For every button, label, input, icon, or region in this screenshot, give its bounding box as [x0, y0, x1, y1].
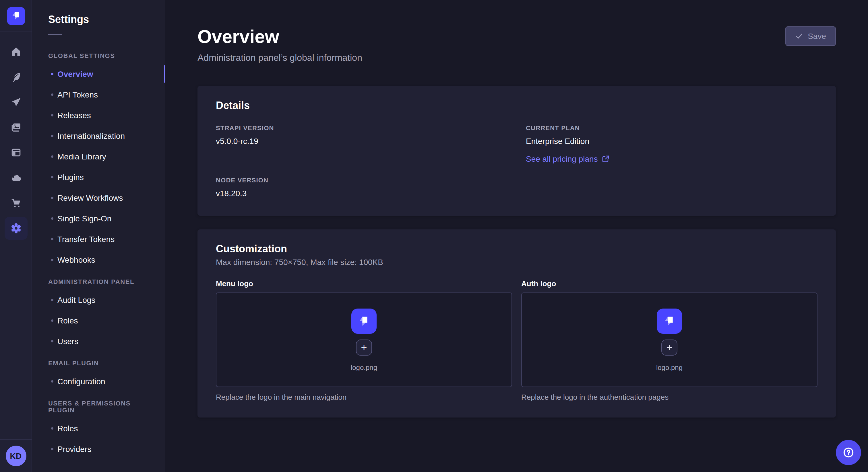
logo-filename: logo.png — [351, 363, 377, 371]
subnav-item-roles[interactable]: Roles — [32, 310, 165, 331]
field-label: CURRENT PLAN — [526, 125, 817, 131]
help-button[interactable] — [836, 440, 861, 465]
field-value: v5.0.0-rc.19 — [216, 135, 507, 147]
details-card: Details STRAPI VERSION v5.0.0-rc.19 CURR… — [197, 86, 836, 216]
cloud-icon[interactable] — [4, 165, 27, 191]
strapi-logo-icon[interactable] — [7, 7, 25, 25]
details-card-title: Details — [216, 100, 817, 112]
menu-logo-label: Menu logo — [216, 279, 512, 288]
subnav-item-configuration[interactable]: Configuration — [32, 371, 165, 392]
subnav-divider — [48, 34, 62, 35]
field-value: Enterprise Edition — [526, 135, 817, 147]
auth-logo-dropzone[interactable]: + logo.png — [521, 293, 817, 387]
details-grid: STRAPI VERSION v5.0.0-rc.19 CURRENT PLAN… — [216, 125, 817, 200]
strapi-bolt-icon — [356, 313, 371, 328]
subnav-item-users[interactable]: Users — [32, 331, 165, 351]
field-value: v18.20.3 — [216, 187, 507, 200]
cart-icon[interactable] — [4, 191, 27, 216]
subnav-item-internationalization[interactable]: Internationalization — [32, 126, 165, 146]
menu-logo-zone: Menu logo + logo.png Replace the logo — [216, 279, 512, 401]
pricing-plans-link-label: See all pricing plans — [526, 154, 598, 164]
add-logo-button[interactable]: + — [661, 339, 677, 355]
subnav-item-transfer-tokens[interactable]: Transfer Tokens — [32, 229, 165, 249]
subnav-item-up-providers[interactable]: Providers — [32, 439, 165, 460]
section-list: Audit Logs Roles Users — [32, 290, 165, 351]
save-button[interactable]: Save — [785, 26, 836, 46]
strapi-version-field: STRAPI VERSION v5.0.0-rc.19 — [216, 125, 507, 164]
subnav-item-review-workflows[interactable]: Review Workflows — [32, 188, 165, 208]
field-label: STRAPI VERSION — [216, 125, 507, 131]
node-version-field: NODE VERSION v18.20.3 — [216, 177, 507, 200]
section-header: EMAIL PLUGIN — [32, 360, 165, 367]
nav-rail: KD — [0, 0, 32, 472]
auth-logo-label: Auth logo — [521, 279, 817, 288]
subnav-item-audit-logs[interactable]: Audit Logs — [32, 290, 165, 310]
subnav-item-overview[interactable]: Overview — [32, 64, 165, 84]
section-header: ADMINISTRATION PANEL — [32, 278, 165, 285]
pen-icon[interactable] — [4, 64, 27, 90]
section-header: GLOBAL SETTINGS — [32, 52, 165, 59]
section-list: Overview API Tokens Releases Internation… — [32, 64, 165, 270]
subnav-section-users-permissions: USERS & PERMISSIONS PLUGIN Roles Provide… — [32, 400, 165, 460]
settings-subnav: Settings GLOBAL SETTINGS Overview API To… — [32, 0, 165, 472]
subnav-item-api-tokens[interactable]: API Tokens — [32, 84, 165, 105]
subnav-item-media-library[interactable]: Media Library — [32, 146, 165, 167]
page-header: Overview Administration panel’s global i… — [197, 25, 836, 63]
strapi-bolt-icon — [9, 9, 22, 22]
main-content: Overview Administration panel’s global i… — [165, 0, 868, 472]
page-title: Overview — [197, 25, 362, 48]
paper-plane-icon[interactable] — [4, 90, 27, 115]
menu-logo-preview — [351, 308, 377, 334]
subnav-title: Settings — [32, 14, 165, 26]
save-button-label: Save — [808, 32, 826, 41]
subnav-item-releases[interactable]: Releases — [32, 105, 165, 126]
pricing-plans-link[interactable]: See all pricing plans — [526, 154, 609, 164]
subnav-item-webhooks[interactable]: Webhooks — [32, 249, 165, 270]
customization-card-title: Customization — [216, 243, 817, 255]
auth-logo-preview — [657, 308, 682, 334]
add-logo-button[interactable]: + — [356, 339, 372, 355]
layout-icon[interactable] — [4, 140, 27, 165]
section-list: Roles Providers — [32, 418, 165, 460]
subnav-section-email-plugin: EMAIL PLUGIN Configuration — [32, 360, 165, 392]
customization-card-subtitle: Max dimension: 750×750, Max file size: 1… — [216, 258, 817, 267]
strapi-admin-settings: KD Settings GLOBAL SETTINGS Overview API… — [0, 0, 868, 472]
field-label: NODE VERSION — [216, 177, 507, 183]
logo-filename: logo.png — [656, 363, 683, 371]
section-list: Configuration — [32, 371, 165, 392]
page-subtitle: Administration panel’s global informatio… — [197, 53, 362, 63]
current-plan-field: CURRENT PLAN Enterprise Edition See all … — [526, 125, 817, 164]
subnav-item-single-sign-on[interactable]: Single Sign-On — [32, 208, 165, 229]
pictures-icon[interactable] — [4, 115, 27, 140]
rail-bottom: KD — [0, 439, 32, 472]
home-icon[interactable] — [4, 39, 27, 64]
workspace-logo-area — [0, 0, 32, 32]
subnav-section-global: GLOBAL SETTINGS Overview API Tokens Rele… — [32, 52, 165, 270]
gear-icon[interactable] — [4, 217, 27, 240]
subnav-item-up-roles[interactable]: Roles — [32, 418, 165, 439]
strapi-bolt-icon — [662, 313, 677, 328]
details-grid-empty-cell — [526, 177, 817, 200]
user-avatar[interactable]: KD — [5, 446, 26, 466]
logo-zones: Menu logo + logo.png Replace the logo — [216, 279, 817, 401]
auth-logo-caption: Replace the logo in the authentication p… — [521, 393, 817, 401]
external-link-icon — [602, 156, 609, 162]
page-header-text: Overview Administration panel’s global i… — [197, 25, 362, 63]
question-mark-icon — [842, 446, 855, 459]
check-icon — [795, 32, 803, 40]
subnav-section-admin-panel: ADMINISTRATION PANEL Audit Logs Roles Us… — [32, 278, 165, 351]
menu-logo-caption: Replace the logo in the main navigation — [216, 393, 512, 401]
customization-card: Customization Max dimension: 750×750, Ma… — [197, 229, 836, 417]
section-header: USERS & PERMISSIONS PLUGIN — [32, 400, 165, 413]
subnav-item-plugins[interactable]: Plugins — [32, 167, 165, 188]
menu-logo-dropzone[interactable]: + logo.png — [216, 293, 512, 387]
rail-icon-list — [4, 39, 27, 241]
auth-logo-zone: Auth logo + logo.png Replace the logo — [521, 279, 817, 401]
